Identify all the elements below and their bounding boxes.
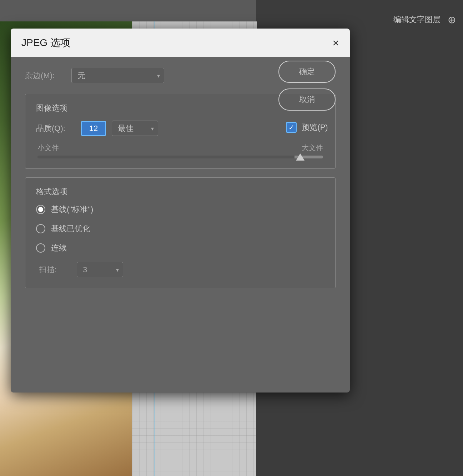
dialog-title: JPEG 选项 — [21, 36, 70, 50]
format-options-box: 格式选项 基线("标准") 基线已优化 连续 — [25, 177, 336, 288]
radio-baseline-optimized-outer — [36, 224, 45, 233]
dialog-titlebar: JPEG 选项 × — [11, 29, 350, 57]
matte-select-wrapper: 无 白色 黑色 ▾ — [71, 68, 164, 83]
quality-slider-area: 小文件 大文件 — [36, 143, 324, 158]
radio-baseline-standard-label: 基线("标准") — [51, 204, 93, 215]
radio-baseline-optimized[interactable]: 基线已优化 — [36, 223, 324, 234]
cancel-button[interactable]: 取消 — [278, 88, 336, 111]
jpeg-options-dialog: JPEG 选项 × 杂边(M): 无 白色 黑色 ▾ 图像选项 品质(Q): 1… — [11, 29, 350, 393]
scan-row: 扫描: 3 4 5 ▾ — [39, 262, 324, 277]
slider-thumb-icon — [296, 153, 305, 161]
checkbox-check-icon: ✓ — [288, 124, 295, 131]
preview-checkbox[interactable]: ✓ — [286, 122, 297, 133]
quality-preset-select[interactable]: 最佳 高 中 低 最低 — [112, 121, 158, 136]
radio-baseline-standard-outer — [36, 205, 45, 214]
radio-baseline-optimized-label: 基线已优化 — [51, 223, 90, 234]
scan-select-wrapper: 3 4 5 ▾ — [77, 262, 123, 277]
slider-label-large-file: 大文件 — [302, 143, 323, 153]
topbar-title: 编辑文字图层 — [393, 14, 441, 25]
topbar-icon: ⊕ — [448, 14, 456, 26]
quality-input[interactable]: 12 — [81, 121, 106, 136]
format-options-label: 格式选项 — [36, 186, 324, 197]
dialog-buttons: 确定 取消 ✓ 预览(P) — [278, 61, 336, 133]
slider-label-small-file: 小文件 — [37, 143, 59, 153]
close-button[interactable]: × — [332, 37, 339, 49]
confirm-button[interactable]: 确定 — [278, 61, 336, 83]
radio-baseline-standard-inner — [38, 207, 43, 212]
matte-label: 杂边(M): — [25, 70, 64, 81]
scan-label: 扫描: — [39, 264, 71, 275]
preview-label: 预览(P) — [302, 122, 328, 133]
matte-select[interactable]: 无 白色 黑色 — [71, 68, 164, 83]
radio-progressive[interactable]: 连续 — [36, 243, 324, 253]
scan-select[interactable]: 3 4 5 — [77, 262, 123, 277]
radio-baseline-standard[interactable]: 基线("标准") — [36, 204, 324, 215]
radio-progressive-label: 连续 — [51, 243, 67, 253]
quality-label: 品质(Q): — [36, 123, 75, 134]
quality-slider[interactable] — [37, 156, 323, 158]
preview-row: ✓ 预览(P) — [286, 122, 328, 133]
slider-labels: 小文件 大文件 — [37, 143, 323, 153]
quality-preset-wrapper: 最佳 高 中 低 最低 ▾ — [112, 121, 158, 136]
radio-progressive-outer — [36, 243, 45, 253]
